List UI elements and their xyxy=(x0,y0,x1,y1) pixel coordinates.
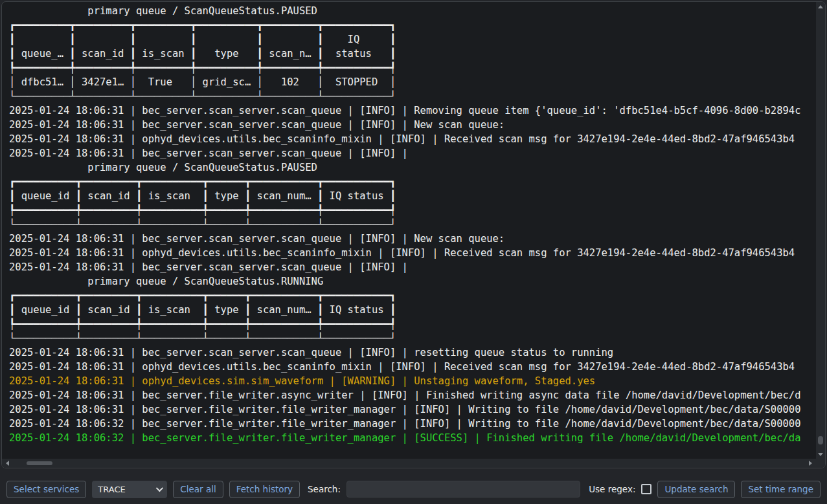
use-regex-label: Use regex: xyxy=(589,484,635,494)
log-line: ┡━━━━━━━━━━╇━━━━━━━━━╇━━━━━━━━━━╇━━━━━━╇… xyxy=(9,317,816,331)
log-line: 2025-01-24 18:06:32 | bec_server.file_wr… xyxy=(9,417,816,431)
horizontal-scrollbar[interactable] xyxy=(2,459,816,468)
log-line: ┏━━━━━━━━━━┳━━━━━━━━━┳━━━━━━━━━━┳━━━━━━┳… xyxy=(9,175,816,189)
log-line: ┡━━━━━━━━━╇━━━━━━━━━╇━━━━━━━━━╇━━━━━━━━━… xyxy=(9,61,816,75)
search-input[interactable] xyxy=(346,481,580,498)
log-line: 2025-01-24 18:06:32 | bec_server.file_wr… xyxy=(9,431,816,445)
log-level-dropdown[interactable]: TRACE xyxy=(92,481,167,498)
log-viewer-window: primary queue / ScanQueueStatus.PAUSED┏━… xyxy=(0,0,827,504)
scrollbar-corner xyxy=(816,459,825,468)
log-line: ┃ ┃ ┃ ┃ ┃ ┃ IQ ┃ xyxy=(9,32,816,47)
log-line: ┃ queue_id ┃ scan_id ┃ is_scan ┃ type ┃ … xyxy=(9,303,816,317)
log-line: 2025-01-24 18:06:31 | bec_server.scan_se… xyxy=(9,260,816,274)
log-line: 2025-01-24 18:06:31 | bec_server.scan_se… xyxy=(9,232,816,246)
scroll-right-icon[interactable] xyxy=(809,461,812,466)
scroll-down-icon[interactable] xyxy=(818,453,823,456)
log-line: ┏━━━━━━━━━┳━━━━━━━━━┳━━━━━━━━━┳━━━━━━━━━… xyxy=(9,18,816,32)
log-line: ┃ queue_… ┃ scan_id ┃ is_scan ┃ type ┃ s… xyxy=(9,47,816,61)
horizontal-scrollbar-thumb[interactable] xyxy=(27,461,52,465)
log-line: 2025-01-24 18:06:31 | bec_server.file_wr… xyxy=(9,388,816,402)
vertical-scrollbar[interactable] xyxy=(816,2,825,459)
log-line: 2025-01-24 18:06:31 | ophyd_devices.util… xyxy=(9,246,816,260)
log-line: 2025-01-24 18:06:31 | bec_server.scan_se… xyxy=(9,345,816,360)
bottom-toolbar: Select services TRACE Clear all Fetch hi… xyxy=(6,480,821,498)
log-line: 2025-01-24 18:06:31 | bec_server.file_wr… xyxy=(9,402,816,417)
log-line: primary queue / ScanQueueStatus.PAUSED xyxy=(9,4,816,18)
log-line: ┏━━━━━━━━━━┳━━━━━━━━━┳━━━━━━━━━━┳━━━━━━┳… xyxy=(9,289,816,303)
vertical-scrollbar-thumb[interactable] xyxy=(818,436,823,444)
log-line: 2025-01-24 18:06:31 | bec_server.scan_se… xyxy=(9,146,816,160)
log-line: └─────────┴─────────┴─────────┴─────────… xyxy=(9,89,816,104)
clear-all-button[interactable]: Clear all xyxy=(173,481,223,498)
search-label: Search: xyxy=(308,484,341,494)
log-line: primary queue / ScanQueueStatus.RUNNING xyxy=(9,274,816,289)
log-line: 2025-01-24 18:06:31 | ophyd_devices.sim.… xyxy=(9,374,816,388)
set-time-range-button[interactable]: Set time range xyxy=(741,481,821,498)
log-line: ┡━━━━━━━━━━╇━━━━━━━━━╇━━━━━━━━━━╇━━━━━━╇… xyxy=(9,203,816,217)
log-line: ┃ queue_id ┃ scan_id ┃ is_scan ┃ type ┃ … xyxy=(9,189,816,203)
select-services-button[interactable]: Select services xyxy=(6,481,86,498)
log-line: 2025-01-24 18:06:31 | bec_server.scan_se… xyxy=(9,118,816,132)
log-line: 2025-01-24 18:06:31 | bec_server.scan_se… xyxy=(9,104,816,118)
scroll-left-icon[interactable] xyxy=(6,461,9,466)
log-line: 2025-01-24 18:06:31 | ophyd_devices.util… xyxy=(9,360,816,374)
chevron-down-icon xyxy=(156,485,163,492)
scroll-up-icon[interactable] xyxy=(818,5,823,8)
log-line: primary queue / ScanQueueStatus.PAUSED xyxy=(9,160,816,175)
log-line: └──────────┴─────────┴──────────┴──────┴… xyxy=(9,331,816,345)
log-line: │ dfbc51… │ 3427e1… │ True │ grid_sc… │ … xyxy=(9,75,816,89)
use-regex-checkbox[interactable] xyxy=(641,484,651,494)
log-panel: primary queue / ScanQueueStatus.PAUSED┏━… xyxy=(1,1,826,468)
update-search-button[interactable]: Update search xyxy=(657,481,735,498)
log-output[interactable]: primary queue / ScanQueueStatus.PAUSED┏━… xyxy=(2,2,816,459)
fetch-history-button[interactable]: Fetch history xyxy=(229,481,300,498)
log-line: └──────────┴─────────┴──────────┴──────┴… xyxy=(9,217,816,232)
log-line: 2025-01-24 18:06:31 | ophyd_devices.util… xyxy=(9,132,816,146)
log-level-selected-value: TRACE xyxy=(98,485,125,494)
